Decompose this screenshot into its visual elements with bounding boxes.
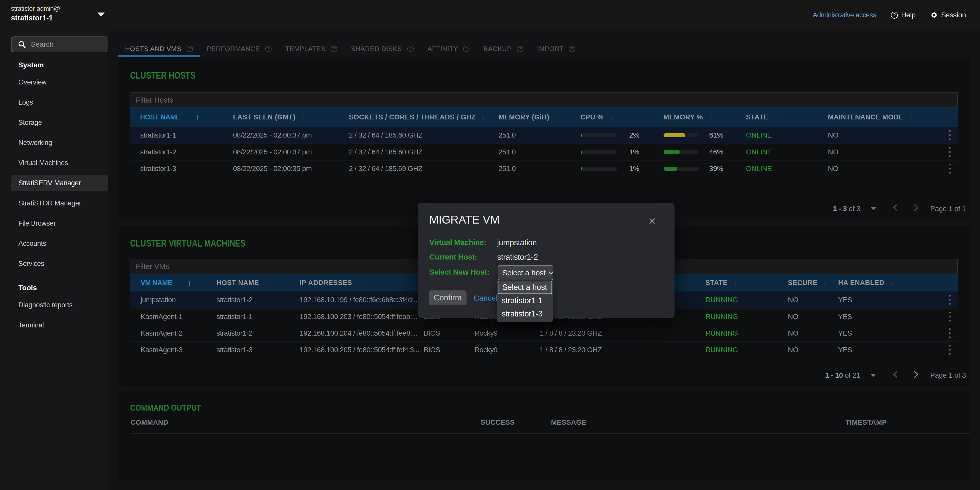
sidebar-item-accounts[interactable]: Accounts xyxy=(11,234,108,254)
column-header-cpu-[interactable]: CPU %↕ xyxy=(580,113,663,121)
close-icon[interactable]: ✕ xyxy=(648,216,656,226)
column-header-memory-[interactable]: MEMORY %↕ xyxy=(663,113,746,121)
column-header-secure[interactable]: SECURE↕ xyxy=(788,279,838,287)
tab-performance[interactable]: PERFORMANCE? xyxy=(200,30,278,57)
tab-label: AFFINITY xyxy=(428,45,458,53)
chevron-down-icon[interactable] xyxy=(870,207,876,210)
sort-icon: ↕ xyxy=(302,113,305,121)
cpu-usage-cell: 1% xyxy=(580,165,663,173)
column-header-sockets-cores-threads-ghz[interactable]: SOCKETS / CORES / THREADS / GHZ↕ xyxy=(349,113,498,121)
select-new-host-label: Select New Host: xyxy=(429,268,497,277)
next-page-icon[interactable] xyxy=(913,203,920,215)
pagination-range[interactable]: 1 - 10 of 21 xyxy=(825,371,860,380)
tab-label: IMPORT xyxy=(537,45,563,53)
tab-import[interactable]: IMPORT? xyxy=(530,30,582,57)
host-select-menu: Select a hoststratistor1-1stratistor1-3 xyxy=(497,280,553,322)
filter-hosts-input[interactable] xyxy=(130,92,958,108)
column-header-ip-addresses[interactable]: IP ADDRESSES↕ xyxy=(300,279,424,287)
sidebar-item-stratiserv-manager[interactable]: StratiSERV Manager xyxy=(11,175,108,191)
sidebar-item-stratistor-manager[interactable]: StratiSTOR Manager xyxy=(11,193,108,213)
username: stratistor-admin@ xyxy=(11,4,108,13)
sidebar-item-overview[interactable]: Overview xyxy=(11,72,108,92)
host-row[interactable]: stratistor1-308/22/2025 - 02:00:35 pm2 /… xyxy=(130,160,958,177)
sort-icon: ↕ xyxy=(734,279,737,287)
kebab-menu-icon[interactable] xyxy=(942,147,958,157)
column-header-host-name[interactable]: HOST NAME↕ xyxy=(216,279,300,287)
host-row[interactable]: stratistor1-108/22/2025 - 02:00:37 pm2 /… xyxy=(130,127,958,143)
administrative-access-link[interactable]: Administrative access xyxy=(813,11,877,19)
tab-affinity[interactable]: AFFINITY? xyxy=(421,30,477,57)
kebab-menu-icon[interactable] xyxy=(942,164,958,173)
prev-page-icon[interactable] xyxy=(892,203,899,215)
sidebar-item-diagnostic-reports[interactable]: Diagnostic reports xyxy=(11,295,108,315)
vm-row[interactable]: KasmAgent-2stratistor1-2192.168.100.204 … xyxy=(130,325,958,341)
sort-icon: ↕ xyxy=(709,113,713,121)
help-menu[interactable]: ? Help xyxy=(891,11,915,19)
column-header-last-seen-gmt-[interactable]: LAST SEEN (GMT)↕ xyxy=(233,113,349,121)
tab-shared-disks[interactable]: SHARED DISKS? xyxy=(344,30,421,57)
sidebar-item-networking[interactable]: Networking xyxy=(11,133,108,153)
sidebar-item-virtual-machines[interactable]: Virtual Machines xyxy=(11,153,108,173)
column-header-maintenance-mode[interactable]: MAINTENANCE MODE↕ xyxy=(828,113,942,121)
host-switcher[interactable]: stratistor-admin@ stratistor1-1 xyxy=(11,4,108,23)
cell: jumpstation xyxy=(130,296,216,304)
ha-cell: YES xyxy=(838,346,942,354)
menu-item-stratistor1-1[interactable]: stratistor1-1 xyxy=(497,294,553,307)
column-header-memory-gib-[interactable]: MEMORY (GiB)↕ xyxy=(498,113,580,121)
hosts-table: HOST NAME↑LAST SEEN (GMT)↕SOCKETS / CORE… xyxy=(130,107,958,177)
column-header-state[interactable]: STATE↕ xyxy=(746,113,828,121)
kebab-menu-icon[interactable] xyxy=(942,328,958,338)
session-menu[interactable]: Session xyxy=(930,11,966,19)
tab-hosts-and-vms[interactable]: HOSTS AND VMS? xyxy=(118,30,200,57)
menu-item-select-a-host[interactable]: Select a host xyxy=(498,281,552,294)
search-input[interactable] xyxy=(31,40,100,48)
sort-icon: ↕ xyxy=(610,113,613,121)
sidebar-item-terminal[interactable]: Terminal xyxy=(11,315,108,335)
maintenance-cell: NO xyxy=(828,131,942,139)
pagination-range[interactable]: 1 - 3 of 3 xyxy=(833,205,861,213)
sidebar-item-services[interactable]: Services xyxy=(11,254,108,274)
sidebar-item-logs[interactable]: Logs xyxy=(11,92,108,113)
host-row[interactable]: stratistor1-208/22/2025 - 02:00:37 pm2 /… xyxy=(130,143,958,160)
cancel-button[interactable]: Cancel xyxy=(474,294,497,302)
kebab-menu-icon[interactable] xyxy=(942,130,958,140)
column-header-vm-name[interactable]: VM NAME↑ xyxy=(130,279,216,287)
prev-page-icon[interactable] xyxy=(892,369,899,381)
search-icon xyxy=(18,40,26,49)
sidebar-item-file-browser[interactable]: File Browser xyxy=(11,213,108,234)
menu-item-stratistor1-3[interactable]: stratistor1-3 xyxy=(497,307,553,321)
secure-cell: NO xyxy=(788,313,838,321)
sort-icon: ↕ xyxy=(265,279,269,287)
column-header-ha-enabled[interactable]: HA ENABLED↕ xyxy=(838,279,942,287)
help-circle-icon: ? xyxy=(463,46,469,52)
column-header-host-name[interactable]: HOST NAME↑ xyxy=(130,113,233,121)
sidebar-item-storage[interactable]: Storage xyxy=(11,113,108,133)
cell: 2 / 32 / 64 / 185.69 GHZ xyxy=(349,165,498,173)
sort-ascending-icon: ↑ xyxy=(196,113,200,121)
column-header-state[interactable]: STATE↕ xyxy=(705,279,788,287)
confirm-button[interactable]: Confirm xyxy=(429,290,466,305)
cell: stratistor1-1 xyxy=(216,313,300,321)
sort-icon: ↕ xyxy=(774,113,778,121)
memory-progressbar xyxy=(663,167,699,171)
tab-backup[interactable]: BACKUP? xyxy=(476,30,530,57)
kebab-menu-icon[interactable] xyxy=(942,345,958,355)
help-circle-icon: ? xyxy=(331,46,337,52)
ha-cell: YES xyxy=(838,329,942,337)
maintenance-cell: NO xyxy=(828,148,942,156)
cell: 1 / 8 / 8 / 23.20 GHZ xyxy=(540,346,705,354)
tab-templates[interactable]: TEMPLATES? xyxy=(278,30,344,57)
tabbar: HOSTS AND VMS?PERFORMANCE?TEMPLATES?SHAR… xyxy=(118,30,582,57)
column-header-label: MAINTENANCE MODE xyxy=(828,113,904,121)
memory-progressbar xyxy=(663,150,699,154)
ha-cell: YES xyxy=(838,313,942,321)
next-page-icon[interactable] xyxy=(913,369,920,381)
chevron-down-icon[interactable] xyxy=(870,374,876,377)
column-header-label: HOST NAME xyxy=(140,113,180,121)
kebab-menu-icon[interactable] xyxy=(942,312,958,321)
host-select[interactable]: Select a host xyxy=(498,266,553,280)
vm-row[interactable]: KasmAgent-3stratistor1-3192.168.100.205 … xyxy=(130,341,958,358)
cluster-hosts-title: CLUSTER HOSTS xyxy=(130,70,195,81)
column-header-label: HOST NAME xyxy=(216,279,259,287)
kebab-menu-icon[interactable] xyxy=(942,295,958,305)
